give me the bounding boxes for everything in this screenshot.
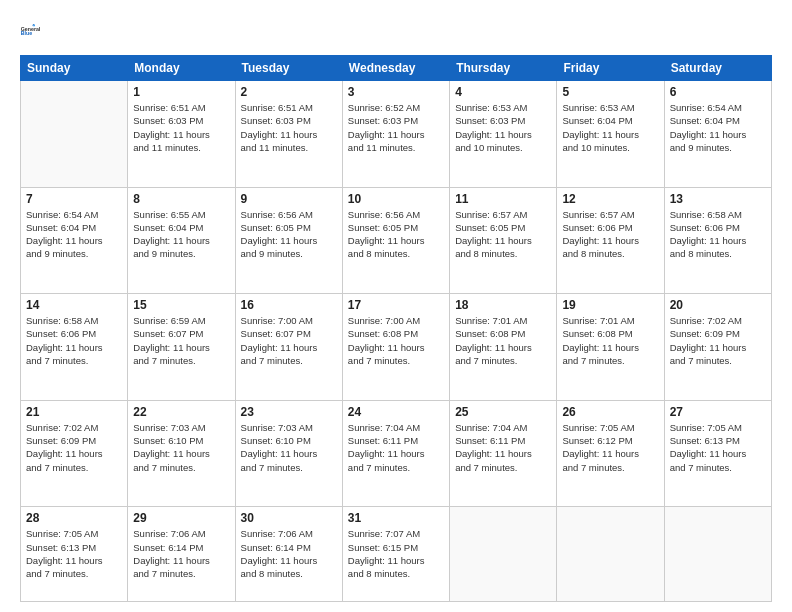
calendar-week-row: 21Sunrise: 7:02 AMSunset: 6:09 PMDayligh… (21, 400, 772, 507)
day-info: Sunrise: 7:01 AMSunset: 6:08 PMDaylight:… (562, 314, 658, 367)
day-number: 27 (670, 405, 766, 419)
calendar-day-cell: 20Sunrise: 7:02 AMSunset: 6:09 PMDayligh… (664, 294, 771, 401)
calendar-day-cell: 19Sunrise: 7:01 AMSunset: 6:08 PMDayligh… (557, 294, 664, 401)
calendar-day-cell: 8Sunrise: 6:55 AMSunset: 6:04 PMDaylight… (128, 187, 235, 294)
day-info: Sunrise: 6:54 AMSunset: 6:04 PMDaylight:… (670, 101, 766, 154)
calendar-day-cell: 30Sunrise: 7:06 AMSunset: 6:14 PMDayligh… (235, 507, 342, 602)
day-number: 11 (455, 192, 551, 206)
day-info: Sunrise: 7:05 AMSunset: 6:13 PMDaylight:… (26, 527, 122, 580)
day-info: Sunrise: 7:02 AMSunset: 6:09 PMDaylight:… (670, 314, 766, 367)
day-number: 6 (670, 85, 766, 99)
calendar-day-header: Tuesday (235, 56, 342, 81)
calendar-day-cell: 7Sunrise: 6:54 AMSunset: 6:04 PMDaylight… (21, 187, 128, 294)
calendar-day-header: Thursday (450, 56, 557, 81)
calendar-day-header: Monday (128, 56, 235, 81)
page: General Blue SundayMondayTuesdayWednesda… (0, 0, 792, 612)
day-number: 7 (26, 192, 122, 206)
day-number: 12 (562, 192, 658, 206)
calendar-day-cell: 11Sunrise: 6:57 AMSunset: 6:05 PMDayligh… (450, 187, 557, 294)
day-info: Sunrise: 7:01 AMSunset: 6:08 PMDaylight:… (455, 314, 551, 367)
calendar-day-cell: 9Sunrise: 6:56 AMSunset: 6:05 PMDaylight… (235, 187, 342, 294)
day-number: 15 (133, 298, 229, 312)
calendar-day-cell: 2Sunrise: 6:51 AMSunset: 6:03 PMDaylight… (235, 81, 342, 188)
day-info: Sunrise: 6:53 AMSunset: 6:04 PMDaylight:… (562, 101, 658, 154)
logo-icon: General Blue (20, 15, 50, 45)
calendar-day-cell (21, 81, 128, 188)
day-info: Sunrise: 6:58 AMSunset: 6:06 PMDaylight:… (670, 208, 766, 261)
day-info: Sunrise: 6:57 AMSunset: 6:05 PMDaylight:… (455, 208, 551, 261)
day-info: Sunrise: 6:54 AMSunset: 6:04 PMDaylight:… (26, 208, 122, 261)
calendar-day-header: Sunday (21, 56, 128, 81)
day-info: Sunrise: 7:00 AMSunset: 6:07 PMDaylight:… (241, 314, 337, 367)
header: General Blue (20, 15, 772, 45)
day-number: 5 (562, 85, 658, 99)
day-number: 26 (562, 405, 658, 419)
calendar-day-cell: 10Sunrise: 6:56 AMSunset: 6:05 PMDayligh… (342, 187, 449, 294)
day-info: Sunrise: 6:51 AMSunset: 6:03 PMDaylight:… (133, 101, 229, 154)
day-number: 10 (348, 192, 444, 206)
day-info: Sunrise: 7:03 AMSunset: 6:10 PMDaylight:… (133, 421, 229, 474)
day-info: Sunrise: 6:58 AMSunset: 6:06 PMDaylight:… (26, 314, 122, 367)
day-number: 19 (562, 298, 658, 312)
svg-text:Blue: Blue (21, 30, 32, 36)
day-number: 13 (670, 192, 766, 206)
day-info: Sunrise: 7:06 AMSunset: 6:14 PMDaylight:… (241, 527, 337, 580)
calendar-day-cell (557, 507, 664, 602)
day-info: Sunrise: 7:05 AMSunset: 6:12 PMDaylight:… (562, 421, 658, 474)
calendar-day-cell: 17Sunrise: 7:00 AMSunset: 6:08 PMDayligh… (342, 294, 449, 401)
calendar-table: SundayMondayTuesdayWednesdayThursdayFrid… (20, 55, 772, 602)
day-number: 4 (455, 85, 551, 99)
day-number: 2 (241, 85, 337, 99)
calendar-day-cell: 18Sunrise: 7:01 AMSunset: 6:08 PMDayligh… (450, 294, 557, 401)
calendar-day-cell: 3Sunrise: 6:52 AMSunset: 6:03 PMDaylight… (342, 81, 449, 188)
day-number: 9 (241, 192, 337, 206)
calendar-day-cell (664, 507, 771, 602)
calendar-day-cell: 13Sunrise: 6:58 AMSunset: 6:06 PMDayligh… (664, 187, 771, 294)
calendar-week-row: 7Sunrise: 6:54 AMSunset: 6:04 PMDaylight… (21, 187, 772, 294)
day-number: 16 (241, 298, 337, 312)
calendar-day-cell: 27Sunrise: 7:05 AMSunset: 6:13 PMDayligh… (664, 400, 771, 507)
day-number: 20 (670, 298, 766, 312)
calendar-day-cell: 28Sunrise: 7:05 AMSunset: 6:13 PMDayligh… (21, 507, 128, 602)
day-info: Sunrise: 6:57 AMSunset: 6:06 PMDaylight:… (562, 208, 658, 261)
day-info: Sunrise: 6:51 AMSunset: 6:03 PMDaylight:… (241, 101, 337, 154)
calendar-day-cell (450, 507, 557, 602)
calendar-day-cell: 1Sunrise: 6:51 AMSunset: 6:03 PMDaylight… (128, 81, 235, 188)
day-info: Sunrise: 6:56 AMSunset: 6:05 PMDaylight:… (241, 208, 337, 261)
logo: General Blue (20, 15, 54, 45)
day-number: 3 (348, 85, 444, 99)
calendar-day-cell: 24Sunrise: 7:04 AMSunset: 6:11 PMDayligh… (342, 400, 449, 507)
day-number: 18 (455, 298, 551, 312)
day-info: Sunrise: 7:03 AMSunset: 6:10 PMDaylight:… (241, 421, 337, 474)
calendar-week-row: 14Sunrise: 6:58 AMSunset: 6:06 PMDayligh… (21, 294, 772, 401)
day-number: 1 (133, 85, 229, 99)
calendar-day-cell: 14Sunrise: 6:58 AMSunset: 6:06 PMDayligh… (21, 294, 128, 401)
calendar-day-cell: 6Sunrise: 6:54 AMSunset: 6:04 PMDaylight… (664, 81, 771, 188)
day-number: 31 (348, 511, 444, 525)
calendar-day-cell: 5Sunrise: 6:53 AMSunset: 6:04 PMDaylight… (557, 81, 664, 188)
calendar-day-cell: 4Sunrise: 6:53 AMSunset: 6:03 PMDaylight… (450, 81, 557, 188)
calendar-day-cell: 22Sunrise: 7:03 AMSunset: 6:10 PMDayligh… (128, 400, 235, 507)
calendar-week-row: 1Sunrise: 6:51 AMSunset: 6:03 PMDaylight… (21, 81, 772, 188)
calendar-day-cell: 12Sunrise: 6:57 AMSunset: 6:06 PMDayligh… (557, 187, 664, 294)
calendar-day-cell: 21Sunrise: 7:02 AMSunset: 6:09 PMDayligh… (21, 400, 128, 507)
calendar-week-row: 28Sunrise: 7:05 AMSunset: 6:13 PMDayligh… (21, 507, 772, 602)
calendar-day-cell: 16Sunrise: 7:00 AMSunset: 6:07 PMDayligh… (235, 294, 342, 401)
day-number: 24 (348, 405, 444, 419)
calendar-day-cell: 23Sunrise: 7:03 AMSunset: 6:10 PMDayligh… (235, 400, 342, 507)
calendar-day-header: Wednesday (342, 56, 449, 81)
day-number: 30 (241, 511, 337, 525)
calendar-day-header: Friday (557, 56, 664, 81)
day-number: 8 (133, 192, 229, 206)
day-number: 29 (133, 511, 229, 525)
calendar-day-cell: 25Sunrise: 7:04 AMSunset: 6:11 PMDayligh… (450, 400, 557, 507)
day-number: 17 (348, 298, 444, 312)
day-info: Sunrise: 6:55 AMSunset: 6:04 PMDaylight:… (133, 208, 229, 261)
calendar-day-cell: 15Sunrise: 6:59 AMSunset: 6:07 PMDayligh… (128, 294, 235, 401)
day-info: Sunrise: 6:52 AMSunset: 6:03 PMDaylight:… (348, 101, 444, 154)
day-number: 23 (241, 405, 337, 419)
calendar-day-header: Saturday (664, 56, 771, 81)
day-info: Sunrise: 6:56 AMSunset: 6:05 PMDaylight:… (348, 208, 444, 261)
calendar-day-cell: 31Sunrise: 7:07 AMSunset: 6:15 PMDayligh… (342, 507, 449, 602)
day-info: Sunrise: 6:59 AMSunset: 6:07 PMDaylight:… (133, 314, 229, 367)
